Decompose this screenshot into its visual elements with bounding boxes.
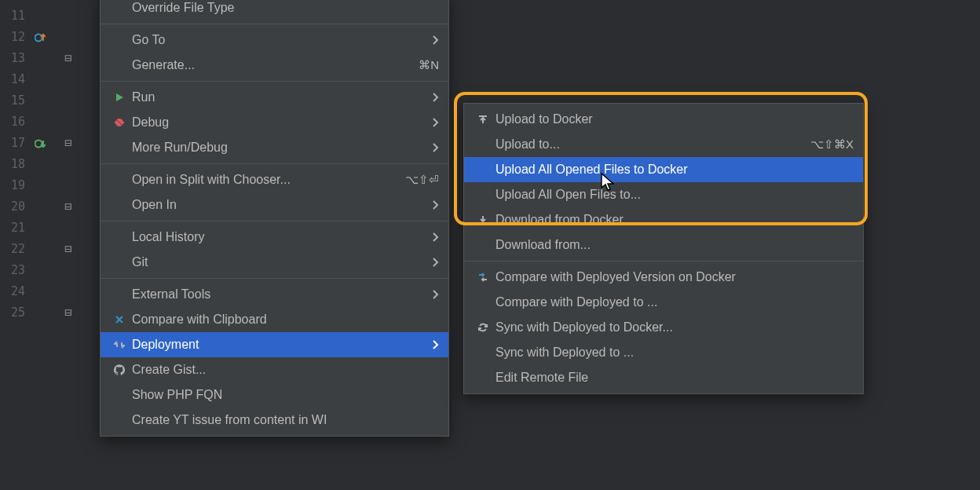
deploy-icon	[110, 339, 129, 350]
menu-item-label: Upload to Docker	[495, 112, 854, 126]
menu-item-label: Create Gist...	[132, 363, 439, 377]
implement-icon[interactable]	[33, 137, 47, 151]
menu-item-label: More Run/Debug	[132, 141, 428, 155]
menu-item[interactable]: Go To	[101, 27, 448, 53]
menu-item-label: Git	[132, 255, 428, 269]
menu-item-label: External Tools	[132, 287, 428, 302]
gutter-line-number: 21	[0, 218, 58, 239]
menu-item-label: Upload All Opened Files to Docker	[495, 163, 854, 177]
menu-item-shortcut: ⌥⇧⏎	[405, 173, 439, 187]
menu-item[interactable]: Edit Remote File	[464, 365, 863, 390]
fold-icon[interactable]: ⊟	[64, 0, 75, 5]
menu-item[interactable]: Git	[101, 250, 448, 275]
menu-item[interactable]: Local History	[101, 225, 448, 250]
menu-item-label: Run	[132, 90, 428, 104]
menu-separator	[101, 81, 448, 82]
fold-icon[interactable]: ⊟	[64, 302, 75, 324]
menu-item[interactable]: Deployment	[101, 332, 448, 357]
menu-item[interactable]: External Tools	[101, 282, 448, 307]
menu-item[interactable]: Debug	[101, 110, 448, 135]
menu-separator	[101, 221, 448, 221]
menu-item[interactable]: More Run/Debug	[101, 135, 448, 160]
github-icon	[110, 364, 129, 375]
menu-item-label: Show PHP FQN	[132, 388, 439, 402]
chevron-right-icon	[428, 35, 439, 45]
menu-item-label: Override File Type	[132, 1, 439, 15]
menu-item-label: Compare with Deployed to ...	[495, 295, 854, 309]
chevron-right-icon	[428, 232, 439, 242]
menu-item-label: Open In	[132, 198, 428, 212]
gutter-line-number: 14	[0, 69, 58, 90]
menu-item-label: Sync with Deployed to Docker...	[495, 320, 854, 335]
gutter-line-number: 20	[0, 196, 58, 218]
menu-separator	[101, 278, 448, 279]
menu-item[interactable]: Upload All Opened Files to Docker	[464, 157, 863, 182]
menu-item[interactable]: Compare with Deployed Version on Docker	[464, 265, 863, 290]
override-icon[interactable]	[33, 31, 47, 45]
menu-item[interactable]: Show PHP FQN	[101, 382, 448, 408]
deployment-submenu: Upload to DockerUpload to...⌥⇧⌘XUpload A…	[463, 103, 864, 394]
gutter-line-number: 15	[0, 90, 58, 112]
gutter-line-number: 16	[0, 112, 58, 133]
diffarrow-icon	[474, 272, 492, 283]
menu-item[interactable]: Sync with Deployed to Docker...	[464, 315, 863, 340]
menu-item-label: Download from Docker	[495, 213, 854, 227]
menu-item[interactable]: Override File Type	[101, 0, 448, 20]
menu-item[interactable]: Upload All Open Files to...	[464, 182, 863, 207]
upload-icon	[474, 114, 492, 125]
menu-item-label: Upload All Open Files to...	[495, 188, 854, 202]
menu-item-label: Local History	[132, 230, 428, 244]
menu-separator	[464, 261, 863, 261]
menu-item[interactable]: Sync with Deployed to ...	[464, 340, 863, 365]
menu-item[interactable]: Create YT issue from content in WI	[101, 408, 448, 433]
menu-item[interactable]: Open In	[101, 192, 448, 218]
menu-item-label: Compare with Clipboard	[132, 313, 439, 327]
fold-icon[interactable]: ⊟	[64, 196, 75, 218]
chevron-right-icon	[428, 200, 439, 210]
gutter-line-number: 12	[0, 27, 58, 48]
gutter-line-number: 10	[0, 0, 58, 5]
gutter-line-number: 23	[0, 260, 58, 281]
download-icon	[474, 214, 492, 225]
menu-item-label: Compare with Deployed Version on Docker	[495, 270, 854, 284]
menu-item[interactable]: Download from Docker	[464, 207, 863, 232]
sync-icon	[474, 322, 492, 333]
menu-item[interactable]: Generate...⌘N	[101, 53, 448, 78]
menu-item[interactable]: Open in Split with Chooser...⌥⇧⏎	[101, 167, 448, 192]
svg-point-0	[35, 34, 42, 41]
menu-item[interactable]: Upload to...⌥⇧⌘X	[464, 132, 863, 157]
run-icon	[110, 92, 129, 103]
menu-item-label: Upload to...	[495, 137, 798, 152]
gutter-line-number: 13	[0, 48, 58, 69]
fold-icon[interactable]: ⊟	[64, 48, 75, 69]
gutter-line-number: 24	[0, 281, 58, 302]
gutter-line-number: 18	[0, 154, 58, 175]
chevron-right-icon	[428, 93, 439, 102]
chevron-right-icon	[428, 143, 439, 152]
chevron-right-icon	[428, 340, 439, 349]
menu-item-label: Sync with Deployed to ...	[495, 346, 854, 360]
editor-gutter: 10111213141516171819202122232425	[0, 0, 58, 490]
gutter-line-number: 19	[0, 175, 58, 196]
debug-icon	[110, 117, 129, 128]
menu-item-label: Debug	[132, 115, 428, 130]
menu-item-shortcut: ⌘N	[419, 58, 439, 72]
menu-item[interactable]: Create Gist...	[101, 357, 448, 382]
menu-item[interactable]: Run	[101, 85, 448, 110]
gutter-line-number: 22	[0, 239, 58, 260]
menu-item-label: Deployment	[132, 338, 428, 352]
fold-icon[interactable]: ⊟	[64, 239, 75, 260]
menu-item[interactable]: Compare with Clipboard	[101, 307, 448, 332]
chevron-right-icon	[428, 118, 439, 127]
menu-item-label: Generate...	[132, 58, 406, 72]
menu-item[interactable]: Download from...	[464, 232, 863, 258]
chevron-right-icon	[428, 258, 439, 267]
menu-item-label: Go To	[132, 33, 428, 47]
menu-item[interactable]: Upload to Docker	[464, 107, 863, 132]
fold-icon[interactable]: ⊟	[64, 133, 75, 154]
menu-separator	[101, 163, 448, 164]
menu-item-label: Create YT issue from content in WI	[132, 413, 439, 427]
chevron-right-icon	[428, 290, 439, 299]
menu-item[interactable]: Compare with Deployed to ...	[464, 290, 863, 315]
menu-item-shortcut: ⌥⇧⌘X	[810, 137, 854, 152]
